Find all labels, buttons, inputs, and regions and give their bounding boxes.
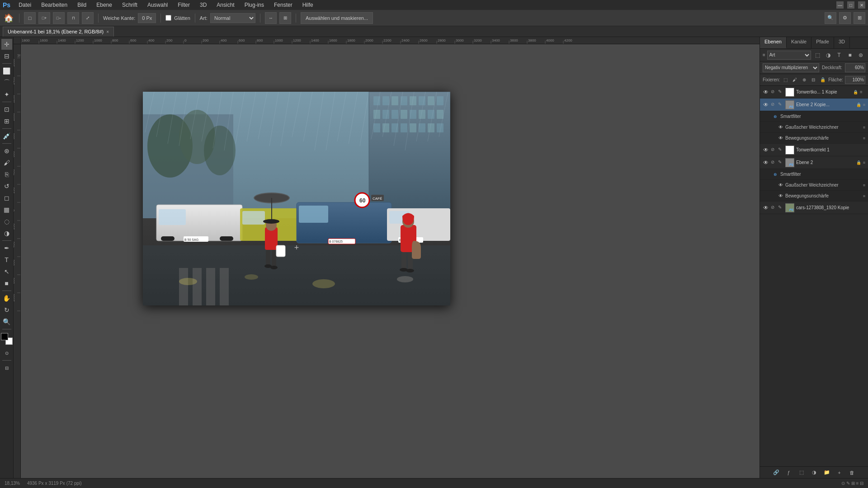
adjustment-filter-btn[interactable]: ◑ xyxy=(824,51,833,60)
layer-visibility-icon[interactable]: 👁 xyxy=(763,89,769,95)
shape-tool[interactable]: ■ xyxy=(1,278,12,289)
constraint-button[interactable]: ⊞ xyxy=(279,12,291,24)
sub-layer-visibility[interactable]: 👁 xyxy=(778,193,783,199)
layer-visibility-icon[interactable]: 👁 xyxy=(763,160,769,166)
move-tool[interactable]: ✛ xyxy=(1,39,12,50)
blur-tool[interactable]: ◌ xyxy=(1,216,12,227)
menu-filter[interactable]: Filter xyxy=(176,1,192,9)
sub-layer-options[interactable]: ≡ xyxy=(863,125,865,130)
lock-all-btn[interactable]: 🔒 xyxy=(819,76,827,84)
layer-new-button[interactable]: + xyxy=(835,469,844,477)
art-select[interactable]: Normal Fest Kantenverfeinert xyxy=(210,13,255,23)
path-select-tool[interactable]: ↖ xyxy=(1,266,12,277)
layer-item-cars-kopie[interactable]: 👁 ⊘ ✎ PS cars-1273808_1920 Kopie xyxy=(760,202,868,214)
layer-link-button[interactable]: 🔗 xyxy=(772,469,781,477)
close-button[interactable]: ✕ xyxy=(858,1,865,9)
sub-layer-visibility[interactable]: 👁 xyxy=(778,124,783,131)
pen-tool[interactable]: ✒ xyxy=(1,243,12,253)
lock-position-btn[interactable]: ⊕ xyxy=(800,76,808,84)
sub-layer-motion-2[interactable]: 👁 Bewegungsunschärfe ≡ xyxy=(760,191,868,202)
menu-fenster[interactable]: Fenster xyxy=(272,1,294,9)
frame-tool[interactable]: ⊞ xyxy=(1,116,12,127)
layer-item-tonwert-kopie[interactable]: 👁 ⊘ ✎ Tonwertko... 1 Kopie 🔒 ≡ xyxy=(760,86,868,99)
menu-schrift[interactable]: Schrift xyxy=(120,1,139,9)
new-selection-button[interactable]: □ xyxy=(24,12,36,24)
zoom-tool[interactable]: 🔍 xyxy=(1,316,12,327)
menu-hilfe[interactable]: Hilfe xyxy=(301,1,315,9)
type-filter-btn[interactable]: T xyxy=(835,51,844,60)
sub-layer-gauss-1[interactable]: 👁 Gaußscher Weichzeichner ≡ xyxy=(760,122,868,133)
menu-datei[interactable]: Datei xyxy=(17,1,33,9)
layer-type-filter[interactable]: Art xyxy=(767,51,811,60)
pixel-filter-btn[interactable]: ⬚ xyxy=(813,51,822,60)
panel-tab-pfade[interactable]: Pfade xyxy=(811,37,834,48)
sub-layer-smartfilter-header-2[interactable]: ⊛ Smartfilter xyxy=(760,169,868,180)
menu-auswahl[interactable]: Auswahl xyxy=(146,1,170,9)
menu-ebene[interactable]: Ebene xyxy=(94,1,114,9)
history-brush-tool[interactable]: ↺ xyxy=(1,181,12,192)
layer-adjustment-button[interactable]: ◑ xyxy=(810,469,819,477)
width-height-swap-button[interactable]: ↔ xyxy=(265,12,277,24)
foreground-color-swatch[interactable] xyxy=(1,333,8,340)
sub-layer-visibility[interactable]: 👁 xyxy=(778,182,783,188)
home-button[interactable]: 🏠 xyxy=(3,12,14,24)
canvas-scroll[interactable]: B 50 SAG B 076825 xyxy=(21,44,760,478)
arrange-button[interactable]: ⊞ xyxy=(854,12,865,24)
layer-visibility-icon[interactable]: 👁 xyxy=(763,205,769,211)
artboard-tool[interactable]: ⊟ xyxy=(1,51,12,61)
layer-options-icon[interactable]: ≡ xyxy=(860,89,865,94)
layer-item-ebene2-kopie[interactable]: 👁 ⊘ ✎ PS Ebene 2 Kopie... 🔒 ≡ xyxy=(760,99,868,111)
opacity-input[interactable] xyxy=(845,63,865,72)
panel-tab-ebenen[interactable]: Ebenen xyxy=(760,37,787,48)
workspace-button[interactable]: ⚙ xyxy=(839,12,851,24)
sub-layer-visibility[interactable]: 👁 xyxy=(778,135,783,141)
sub-layer-options[interactable]: ≡ xyxy=(863,136,865,141)
brush-tool[interactable]: 🖌 xyxy=(1,157,12,168)
panel-tab-3d[interactable]: 3D xyxy=(834,37,850,48)
menu-bearbeiten[interactable]: Bearbeiten xyxy=(39,1,69,9)
lock-artboard-btn[interactable]: ⊟ xyxy=(810,76,817,84)
screen-mode-button[interactable]: ⊟ xyxy=(1,362,12,373)
panel-tab-kanaele[interactable]: Kanäle xyxy=(787,37,811,48)
layer-options-icon[interactable]: ≡ xyxy=(863,160,865,165)
lock-image-btn[interactable]: 🖌 xyxy=(791,76,799,84)
hand-tool[interactable]: ✋ xyxy=(1,293,12,304)
quick-select-tool[interactable]: ✦ xyxy=(1,89,12,100)
document-tab[interactable]: Unbenannt-1 bei 18,1% (Ebene 2, RGB/8#) … xyxy=(3,27,114,37)
clone-tool[interactable]: ⎘ xyxy=(1,169,12,180)
layer-group-button[interactable]: 📁 xyxy=(822,469,831,477)
glatten-checkbox[interactable] xyxy=(165,15,171,21)
select-mask-button[interactable]: Auswählen und maskieren... xyxy=(301,12,373,24)
lock-transparent-btn[interactable]: ⬚ xyxy=(782,76,789,84)
tab-close-button[interactable]: × xyxy=(106,29,109,34)
maximize-button[interactable]: □ xyxy=(847,1,854,9)
shape-filter-btn[interactable]: ■ xyxy=(845,51,854,60)
rect-select-tool[interactable]: ⬜ xyxy=(1,66,12,76)
intersect-selection-button[interactable]: ⊓ xyxy=(67,12,79,24)
fill-input[interactable] xyxy=(845,76,865,84)
sub-layer-gauss-2[interactable]: 👁 Gaußscher Weichzeichner ≡ xyxy=(760,180,868,191)
lasso-tool[interactable]: ⌒ xyxy=(1,77,12,88)
sub-layer-options[interactable]: ≡ xyxy=(863,183,865,188)
rotate-view-tool[interactable]: ↻ xyxy=(1,305,12,315)
layer-visibility-icon[interactable]: 👁 xyxy=(763,102,769,108)
sub-layer-options[interactable]: ≡ xyxy=(863,194,865,198)
sub-layer-motion-1[interactable]: 👁 Bewegungsunschärfe ≡ xyxy=(760,133,868,144)
layer-visibility-icon[interactable]: 👁 xyxy=(763,147,769,153)
subtract-selection-button[interactable]: □− xyxy=(53,12,65,24)
menu-bild[interactable]: Bild xyxy=(75,1,88,9)
crop-tool[interactable]: ⊡ xyxy=(1,104,12,115)
layer-item-ebene2[interactable]: 👁 ⊘ ✎ PS Ebene 2 🔒 ≡ xyxy=(760,156,868,169)
layer-delete-button[interactable]: 🗑 xyxy=(848,469,857,477)
menu-ansicht[interactable]: Ansicht xyxy=(215,1,236,9)
type-tool[interactable]: T xyxy=(1,254,12,265)
eyedropper-tool[interactable]: 💉 xyxy=(1,131,12,141)
spot-heal-tool[interactable]: ⊛ xyxy=(1,145,12,156)
weiche-kante-input[interactable] xyxy=(138,13,156,23)
smart-filter-btn[interactable]: ⊛ xyxy=(856,51,865,60)
layer-mask-button[interactable]: ⬚ xyxy=(797,469,806,477)
dodge-tool[interactable]: ◑ xyxy=(1,228,12,239)
quick-mask-button[interactable]: ⊙ xyxy=(1,347,12,358)
layer-style-button[interactable]: ƒ xyxy=(784,469,793,477)
move-selection-button[interactable]: ⤢ xyxy=(82,12,94,24)
